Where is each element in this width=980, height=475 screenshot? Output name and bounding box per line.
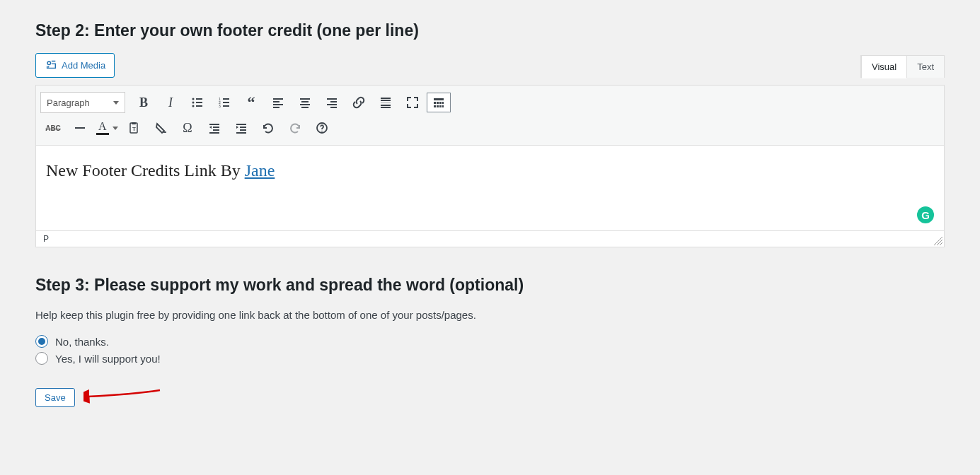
radio-option-no[interactable]: No, thanks. (35, 335, 945, 348)
text-color-bar (96, 133, 109, 135)
align-right-button[interactable] (319, 91, 345, 114)
svg-rect-25 (330, 107, 337, 108)
svg-rect-20 (300, 104, 310, 105)
svg-point-1 (47, 66, 49, 68)
svg-rect-31 (434, 98, 444, 100)
resize-handle[interactable] (933, 235, 944, 247)
toolbar-toggle-button[interactable] (427, 93, 451, 112)
svg-rect-46 (213, 129, 219, 131)
radio-icon (35, 352, 48, 365)
blockquote-button[interactable]: “ (238, 91, 264, 114)
special-char-button[interactable]: Ω (175, 117, 200, 139)
svg-rect-23 (330, 101, 337, 102)
italic-button[interactable]: I (158, 91, 183, 114)
step3-help-text: Help keep this plugin free by providing … (35, 309, 945, 321)
help-button[interactable] (309, 117, 335, 139)
svg-rect-17 (273, 107, 279, 108)
svg-text:3: 3 (219, 104, 221, 108)
format-select-value: Paragraph (47, 98, 90, 108)
radio-label-yes: Yes, I will support you! (55, 353, 161, 365)
svg-rect-24 (327, 104, 337, 105)
radio-option-yes[interactable]: Yes, I will support you! (35, 352, 945, 365)
media-icon (45, 58, 57, 73)
hr-button[interactable] (67, 117, 93, 139)
format-select[interactable]: Paragraph (40, 92, 125, 113)
step2-heading: Step 2: Enter your own footer credit (on… (35, 21, 945, 40)
svg-rect-44 (209, 124, 219, 125)
editor-toolbar: Paragraph B I 123 “ (36, 86, 944, 146)
chevron-down-icon (113, 127, 118, 130)
svg-rect-11 (223, 102, 229, 103)
redo-button[interactable] (282, 117, 308, 139)
indent-button[interactable] (229, 117, 254, 139)
svg-rect-9 (223, 98, 229, 100)
svg-rect-5 (196, 102, 202, 103)
fullscreen-button[interactable] (400, 91, 425, 114)
chevron-down-icon (113, 101, 119, 105)
editor-status-bar: P (36, 230, 944, 247)
svg-rect-21 (301, 107, 309, 108)
text-color-button[interactable]: A (94, 117, 120, 139)
editor-tabs: Visual Text (860, 55, 945, 78)
radio-icon (35, 335, 48, 348)
svg-rect-22 (327, 98, 337, 100)
svg-rect-32 (434, 102, 436, 104)
svg-rect-13 (223, 105, 229, 107)
align-center-button[interactable] (292, 91, 318, 114)
editor-path: P (43, 234, 49, 244)
svg-rect-16 (273, 104, 283, 105)
svg-rect-45 (213, 127, 219, 128)
tab-visual[interactable]: Visual (861, 56, 906, 78)
add-media-label: Add Media (62, 60, 105, 71)
svg-rect-26 (381, 98, 391, 99)
svg-rect-29 (381, 105, 391, 106)
align-left-button[interactable] (265, 91, 291, 114)
add-media-button[interactable]: Add Media (35, 53, 115, 78)
grammarly-icon[interactable]: G (917, 206, 934, 223)
svg-point-2 (192, 98, 195, 100)
svg-rect-40 (75, 127, 85, 129)
svg-rect-18 (300, 98, 310, 100)
svg-rect-50 (240, 129, 246, 131)
clear-formatting-button[interactable] (148, 117, 173, 139)
svg-rect-30 (381, 107, 391, 108)
svg-text:T: T (132, 126, 136, 132)
svg-point-0 (47, 61, 51, 65)
save-button[interactable]: Save (35, 388, 75, 407)
svg-rect-35 (442, 102, 444, 104)
svg-rect-36 (434, 105, 436, 107)
svg-rect-42 (132, 122, 136, 124)
svg-rect-38 (439, 105, 442, 107)
link-button[interactable] (346, 91, 371, 114)
svg-rect-37 (437, 105, 439, 107)
tab-text[interactable]: Text (906, 56, 944, 78)
paste-text-button[interactable]: T (121, 117, 146, 139)
svg-rect-28 (381, 102, 391, 103)
svg-rect-27 (381, 100, 391, 101)
editor-link[interactable]: Jane (245, 161, 275, 180)
svg-point-4 (192, 102, 195, 104)
numbered-list-button[interactable]: 123 (212, 91, 237, 114)
bold-button[interactable]: B (131, 91, 156, 114)
svg-rect-48 (236, 124, 246, 125)
undo-button[interactable] (255, 117, 281, 139)
svg-rect-7 (196, 105, 202, 107)
editor-content[interactable]: New Footer Credits Link By Jane G (36, 146, 944, 230)
svg-point-53 (321, 131, 323, 132)
support-options: No, thanks. Yes, I will support you! (35, 335, 945, 365)
svg-rect-49 (240, 127, 246, 128)
editor-text: New Footer Credits Link By Jane (46, 161, 275, 180)
step3-heading: Step 3: Please support my work and sprea… (35, 276, 945, 295)
svg-point-6 (192, 105, 195, 107)
svg-rect-34 (439, 102, 442, 104)
svg-rect-51 (236, 132, 246, 134)
svg-rect-19 (301, 101, 309, 102)
readmore-button[interactable] (373, 91, 398, 114)
strikethrough-button[interactable]: ABC (40, 117, 66, 139)
outdent-button[interactable] (202, 117, 227, 139)
text-color-dropdown[interactable] (111, 118, 119, 138)
annotation-arrow (83, 386, 161, 409)
radio-label-no: No, thanks. (55, 336, 109, 348)
bullet-list-button[interactable] (185, 91, 210, 114)
editor: Paragraph B I 123 “ (35, 85, 945, 247)
